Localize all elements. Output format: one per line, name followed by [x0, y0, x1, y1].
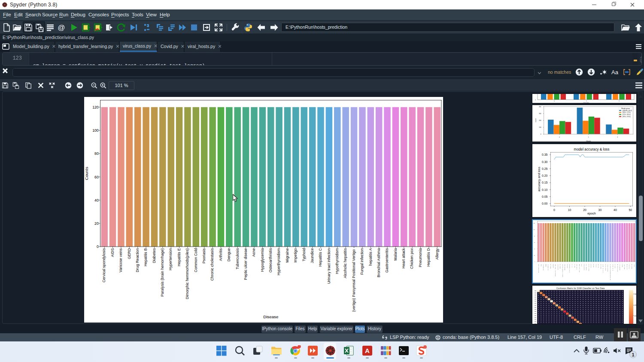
svg-text:(162.0, 172.0]: (162.0, 172.0] [622, 112, 630, 113]
svg-text:0: 0 [541, 133, 541, 135]
svg-text:25: 25 [635, 304, 637, 306]
svg-text:0.00: 0.00 [542, 202, 548, 205]
svg-text:Alcoholic hepatitis: Alcoholic hepatitis [343, 248, 347, 278]
svg-text:0.30: 0.30 [542, 160, 548, 163]
svg-text:Hepatitis E: Hepatitis E [559, 264, 560, 268]
svg-text:Chicken pox: Chicken pox [626, 264, 627, 269]
svg-text:Disease: Disease [263, 314, 278, 319]
svg-text:Typhoid: Typhoid [302, 248, 306, 262]
svg-text:Bronchial Asthma: Bronchial Asthma [617, 264, 618, 272]
svg-text:AIDS: AIDS [110, 248, 115, 257]
svg-text:Urinary tract infection: Urinary tract infection [602, 264, 603, 273]
svg-text:Acne: Acne [252, 248, 256, 257]
svg-text:A: A [365, 347, 370, 354]
svg-text:2: 2 [617, 136, 618, 138]
svg-text:Hypoglycemia: Hypoglycemia [260, 248, 264, 272]
svg-text:Arthritis: Arthritis [219, 248, 223, 261]
svg-text:Fungal infection: Fungal infection [612, 264, 613, 271]
svg-text:40: 40 [94, 198, 99, 202]
svg-text:Weight group: Weight group [621, 108, 630, 109]
svg-text:count: count [535, 118, 537, 122]
svg-text:GERD: GERD [127, 248, 131, 259]
svg-text:Gastroenteritis: Gastroenteritis [619, 264, 620, 270]
svg-text:50: 50 [629, 208, 632, 211]
svg-text:Bronchial Asthma: Bronchial Asthma [377, 248, 381, 278]
svg-text:Diabetes: Diabetes [152, 248, 156, 263]
svg-text:300: 300 [539, 113, 541, 115]
svg-text:0.35: 0.35 [542, 153, 548, 156]
svg-text:1: 1 [632, 352, 634, 357]
svg-text:model accuracy & loss: model accuracy & loss [574, 147, 610, 151]
svg-text:Hypertension: Hypertension [168, 248, 173, 271]
svg-text:Allergy: Allergy [634, 264, 635, 267]
svg-text:hepatitis A: hepatitis A [614, 264, 615, 268]
svg-text:hepatitis A: hepatitis A [368, 248, 373, 266]
svg-text:Dimorphic hemmorhoids(piles): Dimorphic hemmorhoids(piles) [185, 248, 189, 299]
svg-text:GERD: GERD [545, 264, 546, 267]
svg-text:0.15: 0.15 [542, 181, 548, 184]
svg-text:Hypoglycemia: Hypoglycemia [583, 264, 584, 270]
svg-text:Pneumonia: Pneumonia [629, 264, 629, 269]
svg-text:Fungal infection: Fungal infection [360, 248, 364, 275]
svg-text:Arthritis: Arthritis [571, 264, 572, 267]
svg-text:Alcoholic hepatitis: Alcoholic hepatitis [607, 264, 608, 272]
svg-text:60: 60 [94, 175, 99, 179]
svg-text:Hypothyroidism: Hypothyroidism [605, 264, 606, 270]
svg-text:Chronic cholestasis: Chronic cholestasis [569, 264, 570, 272]
svg-text:Hepatitis D: Hepatitis D [631, 264, 632, 268]
svg-text:200: 200 [539, 120, 541, 121]
svg-text:400: 400 [539, 106, 541, 108]
svg-text:10: 10 [568, 208, 571, 211]
svg-text:80: 80 [94, 151, 99, 156]
svg-text:100: 100 [92, 128, 99, 133]
svg-text:20: 20 [583, 208, 586, 211]
svg-text:Osteoarthristis: Osteoarthristis [586, 264, 586, 270]
svg-text:20: 20 [635, 315, 637, 317]
svg-text:Heart attack: Heart attack [401, 248, 406, 268]
svg-text:Tuberculosis: Tuberculosis [576, 264, 577, 269]
svg-text:Dimorphic hemmorhoids(piles): Dimorphic hemmorhoids(piles) [562, 264, 563, 277]
svg-text:Paralysis (brain hemorrhage): Paralysis (brain hemorrhage) [555, 264, 556, 276]
svg-text:Drug Reaction: Drug Reaction [135, 248, 140, 272]
svg-text:Malaria: Malaria [622, 264, 623, 267]
svg-text:Hyperthyroidism: Hyperthyroidism [588, 264, 589, 271]
svg-text:Typhoid: Typhoid [595, 264, 596, 268]
svg-text:Acne: Acne [581, 264, 582, 266]
svg-text:Aa: Aa [611, 69, 619, 75]
svg-text:(172.0, 181.0]: (172.0, 181.0] [622, 114, 630, 115]
svg-text:0: 0 [97, 244, 99, 249]
svg-text:Peptic ulcer diseae: Peptic ulcer diseae [579, 264, 580, 272]
svg-text:0: 0 [553, 208, 555, 211]
svg-text:40: 40 [614, 208, 617, 211]
svg-text:0: 0 [559, 136, 560, 138]
svg-text:0.10: 0.10 [542, 188, 548, 191]
svg-text:Hepatitis E: Hepatitis E [177, 248, 181, 266]
svg-text:Jaundice: Jaundice [310, 248, 314, 263]
svg-text:AIDS: AIDS [541, 264, 541, 266]
svg-text:(181.0, 213.0]: (181.0, 213.0] [622, 116, 630, 118]
svg-text:Counts: Counts [84, 167, 89, 180]
svg-text:Diabetes: Diabetes [553, 264, 553, 268]
svg-text:@: @ [58, 24, 65, 32]
svg-text:Varicose veins: Varicose veins [543, 264, 544, 270]
svg-text:Varicose veins: Varicose veins [118, 248, 123, 272]
svg-text:Hepatitis B: Hepatitis B [143, 248, 148, 266]
svg-text:Common Cold: Common Cold [194, 248, 198, 272]
svg-text:Psoriasis: Psoriasis [567, 264, 568, 268]
svg-text:Hepatitis B: Hepatitis B [550, 264, 551, 268]
svg-text:Cervical spondylosis: Cervical spondylosis [538, 264, 539, 273]
svg-text:30: 30 [598, 208, 602, 211]
svg-text:Hypothyroidism: Hypothyroidism [335, 248, 339, 274]
svg-text:Hypertension: Hypertension [557, 264, 558, 270]
svg-text:Pneumonia: Pneumonia [418, 248, 422, 267]
svg-text:Impetigo: Impetigo [593, 264, 594, 268]
svg-text:Hepatitis C: Hepatitis C [318, 248, 322, 267]
svg-text:Malaria: Malaria [393, 248, 398, 261]
svg-text:Cluster: Cluster [583, 102, 589, 103]
svg-text:Drug Reaction: Drug Reaction [547, 264, 548, 270]
svg-text:accuracy and loss: accuracy and loss [537, 167, 541, 192]
svg-text:epoch: epoch [587, 211, 596, 215]
svg-text:0.05: 0.05 [542, 195, 548, 198]
svg-text:(vertigo) Paroymsal Positiona: (vertigo) Paroymsal Positional Vertigo [610, 264, 611, 281]
svg-text:Tuberculosis: Tuberculosis [235, 248, 240, 269]
